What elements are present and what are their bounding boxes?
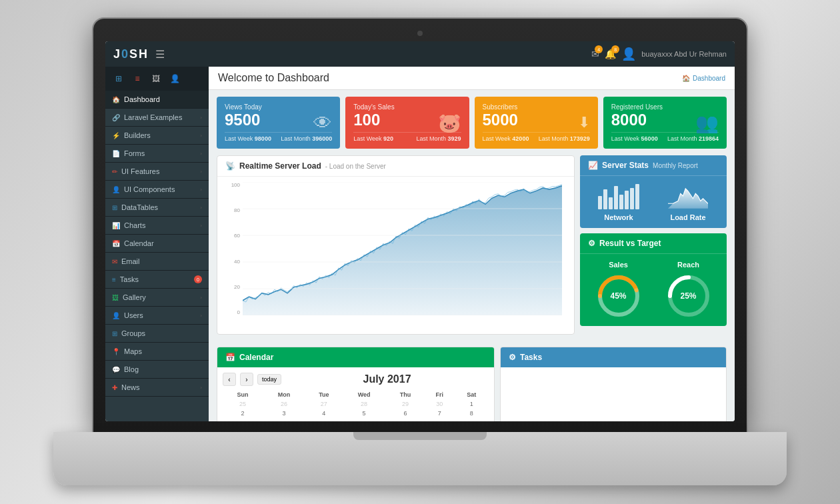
sidebar-label-laravel: Laravel Examples: [124, 113, 182, 121]
email-icon[interactable]: ✉ 4: [591, 49, 599, 59]
sidebar-label-email: Email: [121, 257, 140, 265]
reach-gauge: Reach 25%: [665, 261, 712, 319]
server-stats-icon: 📈: [588, 161, 598, 170]
chevron-icon: ›: [200, 205, 202, 211]
sidebar-label-ui-components: UI Components: [124, 185, 175, 193]
sidebar-item-gallery[interactable]: 🖼 Gallery ›: [105, 289, 209, 307]
user-info: buayaxxx Abd Ur Rehman: [641, 50, 727, 58]
calendar-next-button[interactable]: ›: [240, 373, 253, 386]
server-stats-title: Server Stats: [602, 161, 649, 170]
sidebar-item-tasks[interactable]: ≡ Tasks 0: [105, 271, 209, 289]
sidebar-label-forms: Forms: [124, 149, 145, 157]
sidebar-label-ui-features: UI Features: [121, 167, 159, 175]
table-row: 2345678: [223, 409, 489, 418]
sales-gauge: Sales 45%: [595, 261, 642, 319]
calendar-title: Calendar: [239, 353, 273, 362]
email-badge: 4: [595, 45, 603, 53]
page-header: Welcome to Dashboard 🏠 Dashboard: [209, 67, 735, 90]
sidebar-item-dashboard[interactable]: 🏠 Dashboard: [105, 91, 209, 109]
subscribers-month-label: Last Month 173929: [539, 135, 590, 142]
sales-gauge-label: Sales: [609, 261, 628, 269]
sidebar-item-forms[interactable]: 📄 Forms ›: [105, 145, 209, 163]
cal-header-fri: Fri: [425, 390, 454, 399]
page-title: Welcome to Dashboard: [218, 72, 329, 84]
tasks-badge: 0: [194, 275, 202, 283]
y-axis: 100 80 60 40 20 0: [223, 182, 243, 315]
sidebar-item-email[interactable]: ✉ Email: [105, 253, 209, 271]
sidebar-label-gallery: Gallery: [123, 293, 146, 301]
registered-week-label: Last Week 56000: [611, 135, 658, 142]
server-stats-panel: 📈 Server Stats Monthly Report: [580, 155, 727, 228]
sidebar-item-datatables[interactable]: ⊞ DataTables ›: [105, 199, 209, 217]
registered-label: Registered Users: [611, 103, 719, 111]
sidebar-item-charts[interactable]: 📊 Charts ›: [105, 217, 209, 235]
chevron-icon: ›: [200, 385, 202, 391]
sidebar-label-charts: Charts: [124, 221, 145, 229]
views-week-label: Last Week 98000: [225, 135, 271, 142]
username: buayaxxx Abd Ur Rehman: [641, 50, 727, 58]
subscribers-week-label: Last Week 42000: [483, 135, 529, 142]
reach-gauge-percent: 25%: [680, 291, 696, 301]
chart-title: Realtime Server Load: [239, 161, 321, 171]
cal-header-wed: Wed: [342, 390, 385, 399]
calendar-panel: 📅 Calendar ‹ › today July 2017: [217, 347, 495, 421]
chevron-icon: ›: [200, 151, 202, 157]
cal-header-sat: Sat: [455, 390, 489, 399]
sidebar-icon-list[interactable]: ≡: [131, 72, 144, 85]
sidebar-label-dashboard: Dashboard: [124, 95, 160, 103]
chevron-icon: ›: [200, 313, 202, 319]
notification-icon[interactable]: 🔔 8: [605, 49, 616, 59]
sidebar-item-builders[interactable]: ⚡ Builders ›: [105, 127, 209, 145]
sidebar-icon-user[interactable]: 👤: [168, 72, 181, 85]
tasks-title: Tasks: [520, 353, 542, 362]
sales-icon: 🐷: [438, 112, 461, 134]
sidebar-item-calendar[interactable]: 📅 Calendar: [105, 235, 209, 253]
chevron-icon: ›: [200, 223, 202, 229]
sidebar-label-users: Users: [124, 311, 143, 319]
sidebar-label-groups: Groups: [121, 329, 145, 337]
user-icon[interactable]: 👤: [621, 47, 636, 61]
notification-badge: 8: [611, 45, 619, 53]
hamburger-menu[interactable]: ☰: [155, 48, 165, 61]
stat-card-registered: Registered Users 8000 Last Week 56000 La…: [603, 97, 727, 149]
sidebar-icon-image[interactable]: 🖼: [149, 72, 163, 85]
sidebar-item-news[interactable]: ✚ News ›: [105, 379, 209, 397]
sidebar-item-groups[interactable]: ⊞ Groups: [105, 325, 209, 343]
calendar-today-button[interactable]: today: [257, 374, 281, 385]
sidebar-item-laravel[interactable]: 🔗 Laravel Examples ›: [105, 109, 209, 127]
calendar-prev-button[interactable]: ‹: [223, 373, 236, 386]
result-title: Result vs Target: [599, 239, 661, 248]
sales-gauge-percent: 45%: [610, 291, 626, 301]
breadcrumb: 🏠 Dashboard: [682, 75, 725, 82]
subscribers-icon: ⬇: [578, 114, 590, 131]
chevron-icon: ›: [200, 115, 202, 121]
dashboard-grid: 📡 Realtime Server Load - Load on the Ser…: [209, 155, 735, 347]
sidebar-item-users[interactable]: 👤 Users ›: [105, 307, 209, 325]
chevron-icon: ›: [200, 187, 202, 193]
sidebar-item-ui-components[interactable]: 👤 UI Components ›: [105, 181, 209, 199]
sales-month-label: Last Month 3929: [416, 135, 461, 142]
calendar-month-title: July 2017: [285, 373, 489, 385]
subscribers-value: 5000: [483, 112, 590, 128]
views-label: Views Today: [225, 103, 332, 111]
calendar-icon: 📅: [225, 353, 235, 362]
sidebar-icon-grid[interactable]: ⊞: [112, 72, 125, 85]
sidebar-label-news: News: [121, 383, 140, 391]
network-label: Network: [604, 213, 633, 221]
table-row: 2526272829301: [223, 399, 489, 409]
sidebar-item-maps[interactable]: 📍 Maps: [105, 343, 209, 361]
result-icon: ⚙: [588, 239, 595, 248]
sidebar-item-ui-features[interactable]: ✏ UI Features ›: [105, 163, 209, 181]
registered-month-label: Last Month 219864: [667, 135, 719, 142]
stat-cards-row: Views Today 9500 Last Week 98000 Last Mo…: [209, 90, 735, 155]
server-load-chart: [243, 182, 562, 315]
views-month-label: Last Month 396000: [281, 135, 332, 142]
server-stats-loadrate: Load Rate: [656, 183, 720, 221]
chart-wifi-icon: 📡: [225, 161, 235, 171]
stat-card-views: Views Today 9500 Last Week 98000 Last Mo…: [217, 97, 340, 149]
tasks-icon: ⚙: [509, 353, 516, 362]
sidebar-label-builders: Builders: [124, 131, 151, 139]
chevron-icon: ›: [200, 295, 202, 301]
sidebar-item-blog[interactable]: 💬 Blog: [105, 361, 209, 379]
sales-label: Today's Sales: [353, 103, 461, 111]
